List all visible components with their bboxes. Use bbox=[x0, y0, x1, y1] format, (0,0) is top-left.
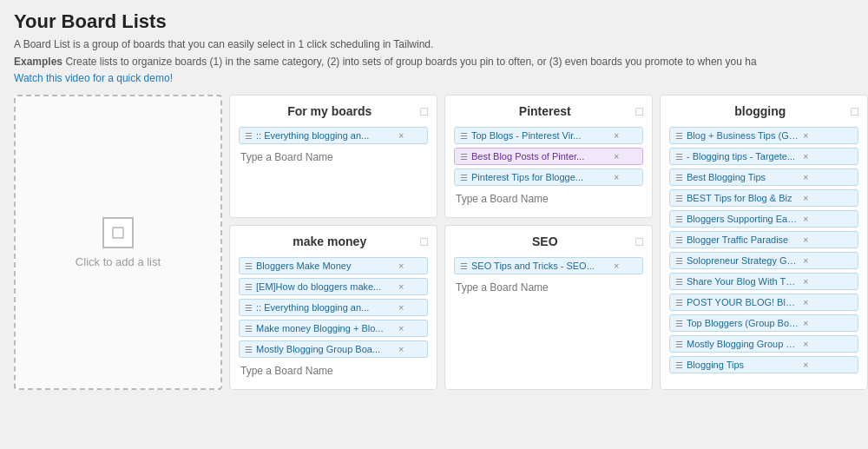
description-examples-text: Create lists to organize boards (1) in t… bbox=[65, 56, 756, 68]
board-tag: ☰ Top Blogs - Pinterest Vir... × bbox=[454, 127, 643, 144]
board-tag-remove[interactable]: × bbox=[614, 151, 619, 162]
board-tag-text: Make money Blogging + Blo... bbox=[256, 323, 395, 333]
board-list-title: make money bbox=[239, 234, 421, 248]
board-tag-icon: ☰ bbox=[675, 319, 683, 328]
description-line1: A Board List is a group of boards that y… bbox=[14, 36, 854, 52]
board-tag-remove[interactable]: × bbox=[803, 193, 808, 203]
board-tag-text: Blogger Traffic Paradise bbox=[687, 234, 799, 245]
board-tag-text: Share Your Blog With The... bbox=[687, 276, 799, 287]
board-tag-text: Bloggers Make Money bbox=[256, 261, 395, 271]
board-tag-remove[interactable]: × bbox=[398, 323, 404, 333]
board-tag-icon: ☰ bbox=[245, 261, 253, 271]
board-tag: ☰ Blogging Tips × bbox=[669, 356, 858, 373]
board-tag-remove[interactable]: × bbox=[614, 130, 619, 141]
board-tag: ☰ Top Bloggers (Group Board... × bbox=[669, 314, 858, 332]
board-tag-icon: ☰ bbox=[460, 152, 468, 162]
board-tag-purple: ☰ Best Blog Posts of Pinter... × bbox=[454, 148, 643, 165]
description-line2: Examples Create lists to organize boards… bbox=[14, 54, 854, 69]
board-tag-icon: ☰ bbox=[675, 194, 683, 203]
board-tag-remove[interactable]: × bbox=[803, 339, 808, 349]
board-tag: ☰ SEO Tips and Tricks - SEO... × bbox=[454, 257, 643, 274]
board-tag-icon: ☰ bbox=[675, 256, 683, 266]
board-tag-icon: ☰ bbox=[460, 131, 468, 141]
board-tag-icon: ☰ bbox=[675, 360, 683, 370]
board-tag-text: Solopreneur Strategy Grou... bbox=[687, 255, 799, 266]
board-tag-text: Best Blog Posts of Pinter... bbox=[471, 151, 610, 162]
board-tag-icon: ☰ bbox=[675, 298, 683, 307]
type-board-input[interactable] bbox=[239, 148, 428, 167]
board-list-title: SEO bbox=[454, 234, 636, 248]
board-tag-text: Blog + Business Tips (Gro... bbox=[687, 130, 799, 141]
board-list-header: For my boards □ bbox=[239, 104, 428, 118]
add-list-card[interactable]: Click to add a list bbox=[14, 95, 222, 390]
board-tag-text: SEO Tips and Tricks - SEO... bbox=[471, 261, 610, 271]
edit-icon[interactable]: □ bbox=[636, 104, 643, 118]
type-board-input[interactable] bbox=[454, 278, 643, 297]
board-tag-remove[interactable]: × bbox=[398, 344, 404, 354]
board-tag-remove[interactable]: × bbox=[803, 318, 808, 328]
board-tag-remove[interactable]: × bbox=[803, 214, 808, 224]
board-tag-text: :: Everything blogging an... bbox=[256, 130, 395, 141]
board-tag-remove[interactable]: × bbox=[803, 360, 808, 370]
boards-grid: Click to add a list For my boards □ ☰ ::… bbox=[14, 95, 854, 390]
board-tag-remove[interactable]: × bbox=[803, 297, 808, 307]
examples-label: Examples bbox=[14, 56, 62, 68]
board-tag-text: Bloggers Supporting Each... bbox=[687, 214, 799, 224]
board-tag-icon: ☰ bbox=[460, 261, 468, 271]
board-tag: ☰ Bloggers Supporting Each... × bbox=[669, 210, 858, 228]
edit-icon[interactable]: □ bbox=[636, 234, 643, 248]
board-tag: ☰ POST YOUR BLOG! Bloggers... × bbox=[669, 294, 858, 311]
board-tag-remove[interactable]: × bbox=[803, 151, 808, 162]
board-list-header: make money □ bbox=[239, 234, 428, 248]
board-list-title: blogging bbox=[669, 104, 852, 118]
board-tag-remove[interactable]: × bbox=[398, 130, 404, 141]
board-tag-text: :: Everything blogging an... bbox=[256, 302, 395, 313]
board-list-card-seo: SEO □ ☰ SEO Tips and Tricks - SEO... × bbox=[444, 225, 653, 390]
board-tag: ☰ :: Everything blogging an... × bbox=[239, 127, 428, 144]
board-tag: ☰ Share Your Blog With The... × bbox=[669, 273, 858, 290]
board-tag: ☰ [EM]How do bloggers make... × bbox=[239, 278, 428, 295]
board-tag-remove[interactable]: × bbox=[803, 130, 808, 141]
board-list-card-pinterest: Pinterest □ ☰ Top Blogs - Pinterest Vir.… bbox=[444, 95, 653, 218]
board-tag: ☰ Solopreneur Strategy Grou... × bbox=[669, 252, 858, 269]
board-tag: ☰ Bloggers Make Money × bbox=[239, 257, 428, 274]
board-list-card-make-money: make money □ ☰ Bloggers Make Money × ☰ [… bbox=[229, 225, 437, 390]
board-tag-remove[interactable]: × bbox=[803, 276, 808, 287]
board-tag-remove[interactable]: × bbox=[803, 255, 808, 266]
add-list-label: Click to add a list bbox=[76, 255, 161, 268]
board-tag: ☰ Mostly Blogging Group Boa... × bbox=[669, 335, 858, 353]
board-tag-remove[interactable]: × bbox=[614, 172, 619, 182]
board-tag-icon: ☰ bbox=[245, 345, 253, 354]
edit-icon[interactable]: □ bbox=[421, 234, 428, 248]
board-tag-text: Best Blogging Tips bbox=[687, 172, 799, 182]
edit-icon[interactable]: □ bbox=[421, 104, 428, 118]
board-tag: ☰ Best Blogging Tips × bbox=[669, 168, 858, 186]
type-board-input[interactable] bbox=[239, 361, 428, 380]
board-tag-icon: ☰ bbox=[675, 215, 683, 224]
board-tag-remove[interactable]: × bbox=[398, 261, 404, 271]
board-tag-icon: ☰ bbox=[675, 235, 683, 245]
add-list-icon bbox=[102, 217, 134, 248]
board-tag-icon: ☰ bbox=[245, 324, 253, 333]
board-tag-remove[interactable]: × bbox=[614, 261, 619, 271]
board-tag-icon: ☰ bbox=[675, 173, 683, 182]
edit-icon[interactable]: □ bbox=[852, 104, 858, 118]
board-tag-remove[interactable]: × bbox=[803, 234, 808, 245]
demo-link[interactable]: Watch this video for a quick demo! bbox=[14, 72, 173, 84]
board-tag-text: BEST Tips for Blog & Biz bbox=[687, 193, 799, 203]
board-tag-remove[interactable]: × bbox=[398, 281, 404, 292]
board-tag-icon: ☰ bbox=[245, 303, 253, 313]
board-tag-text: Blogging Tips bbox=[687, 360, 799, 370]
board-tag-remove[interactable]: × bbox=[398, 302, 404, 313]
board-tag-text: - Blogging tips - Targete... bbox=[687, 151, 799, 162]
board-tag-remove[interactable]: × bbox=[803, 172, 808, 182]
board-tag: ☰ Mostly Blogging Group Boa... × bbox=[239, 340, 428, 358]
board-tag: ☰ - Blogging tips - Targete... × bbox=[669, 148, 858, 165]
board-tag: ☰ Make money Blogging + Blo... × bbox=[239, 320, 428, 337]
board-list-title: For my boards bbox=[239, 104, 421, 118]
board-tag-icon: ☰ bbox=[675, 340, 683, 349]
board-tag-icon: ☰ bbox=[675, 152, 683, 162]
type-board-input[interactable] bbox=[454, 189, 643, 208]
board-tag-text: Mostly Blogging Group Boa... bbox=[256, 344, 395, 354]
board-tag: ☰ Blogger Traffic Paradise × bbox=[669, 231, 858, 248]
